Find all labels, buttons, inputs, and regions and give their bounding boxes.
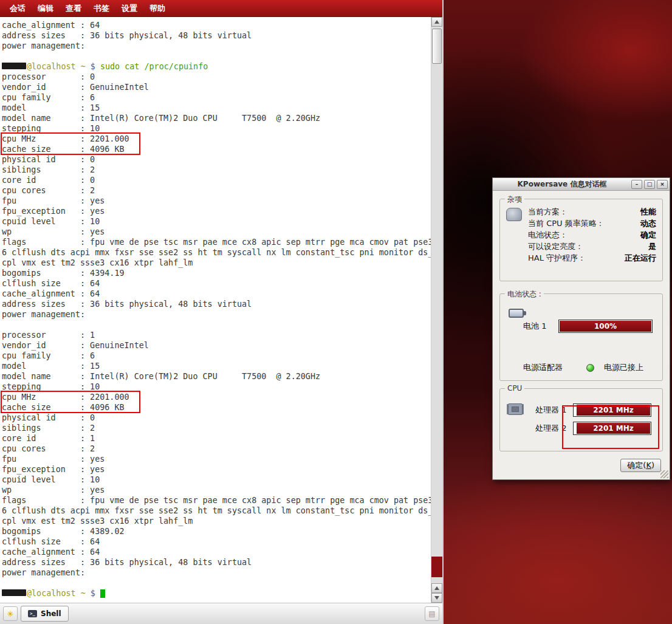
maximize-button[interactable]: □ (644, 180, 655, 189)
misc-label-4: 可以设定亮度 : (528, 241, 581, 252)
battery-progressbar: 100% (558, 320, 653, 333)
terminal-line: model name : Intel(R) Core(TM)2 Duo CPU … (2, 113, 431, 123)
terminal-line: processor : 0 (2, 72, 431, 82)
terminal-line: fpu_exception : yes (2, 206, 431, 216)
terminal-cursor (100, 589, 105, 598)
session-list-button[interactable]: ▤ (425, 606, 439, 621)
ok-label-prefix: 确定( (627, 461, 646, 470)
group-misc: 杂项 当前方案 :性能当前 CPU 频率策略 :动态电池状态 :确定可以设定亮度… (499, 199, 663, 281)
redacted-username (2, 589, 26, 596)
scrollbar-marker (431, 557, 442, 577)
terminal-line: address sizes : 36 bits physical, 48 bit… (2, 299, 431, 309)
terminal-line: wp : yes (2, 227, 431, 237)
tab-shell[interactable]: >_ Shell (21, 606, 69, 622)
cpu-row-1: 处理器 12201 MHz (535, 401, 651, 419)
terminal-line: cache_alignment : 64 (2, 20, 431, 30)
prompt-line: @localhost ~ $ (2, 588, 431, 598)
terminal-line: physical id : 0 (2, 154, 431, 165)
terminal-line: cache size : 4096 KB (2, 402, 431, 413)
menu-item-help[interactable]: 帮助 (143, 1, 171, 16)
menu-item-settings[interactable]: 设置 (115, 1, 143, 16)
terminal-line: power management: (2, 41, 431, 51)
terminal-line: address sizes : 36 bits physical, 48 bit… (2, 30, 431, 41)
desktop-background: KPowersave 信息对话框 – □ × 杂项 当前方案 :性能当前 CPU… (444, 0, 672, 624)
terminal-line: cache_alignment : 64 (2, 547, 431, 557)
adapter-label: 电源适配器 (523, 362, 586, 373)
menu-item-session[interactable]: 会话 (4, 1, 32, 16)
cpu-label-1: 处理器 1 (535, 405, 569, 416)
tab-label: Shell (41, 609, 61, 618)
terminal-line: clflush size : 64 (2, 537, 431, 547)
cpu-progressbar-1: 2201 MHz (573, 403, 651, 417)
scrollbar[interactable] (431, 17, 442, 603)
menu-item-bookmarks[interactable]: 书签 (87, 1, 115, 16)
battery-icon (509, 309, 524, 318)
terminal-line: model : 15 (2, 103, 431, 113)
terminal-line: cpu MHz : 2201.000 (2, 134, 431, 144)
terminal-line: cache size : 4096 KB (2, 144, 431, 154)
menu-item-view[interactable]: 查看 (60, 1, 87, 16)
terminal-line: cpu MHz : 2201.000 (2, 392, 431, 402)
terminal-line: model name : Intel(R) Core(TM)2 Duo CPU … (2, 371, 431, 382)
terminal-line: bogomips : 4389.02 (2, 526, 431, 537)
ok-button[interactable]: 确定(K) (620, 459, 661, 472)
terminal-line: core id : 1 (2, 433, 431, 444)
terminal-line: cpu family : 6 (2, 351, 431, 361)
misc-label-2: 当前 CPU 频率策略 : (528, 218, 602, 229)
scroll-up-button[interactable] (431, 17, 442, 27)
dialog-titlebar[interactable]: KPowersave 信息对话框 – □ × (493, 178, 670, 191)
terminal-line: vendor_id : GenuineIntel (2, 82, 431, 92)
terminal-line: siblings : 2 (2, 165, 431, 175)
terminal-line (2, 51, 431, 61)
terminal-line: fpu : yes (2, 454, 431, 464)
battery-row: 电池 1 100% (523, 320, 653, 333)
terminal-line: 6 clflush dts acpi mmx fxsr sse sse2 ss … (2, 247, 431, 258)
group-misc-legend: 杂项 (505, 194, 524, 205)
terminal-line: flags : fpu vme de pse tsc msr pae mce c… (2, 495, 431, 506)
cpu-label-2: 处理器 2 (535, 423, 569, 434)
cpu-progress-fill-1: 2201 MHz (577, 405, 650, 416)
prompt-symbol: $ (91, 62, 100, 71)
terminal-line: wp : yes (2, 485, 431, 495)
cpu-row-2: 处理器 22201 MHz (535, 419, 651, 437)
terminal[interactable]: cache_alignment : 64address sizes : 36 b… (0, 17, 431, 603)
scroll-up-button-bottom[interactable] (431, 583, 442, 593)
terminal-line: cpuid level : 10 (2, 216, 431, 227)
terminal-line: cache_alignment : 64 (2, 289, 431, 299)
arrow-up-icon (434, 20, 439, 24)
minimize-button[interactable]: – (631, 180, 642, 189)
misc-value-2: 动态 (640, 218, 656, 229)
terminal-line: core id : 0 (2, 175, 431, 185)
menu-bar: 会话编辑查看书签设置帮助 (0, 0, 442, 17)
misc-label-5: HAL 守护程序 : (528, 253, 583, 264)
kpowersave-dialog: KPowersave 信息对话框 – □ × 杂项 当前方案 :性能当前 CPU… (492, 177, 670, 480)
terminal-line: cpu family : 6 (2, 92, 431, 103)
arrow-down-icon (434, 596, 439, 600)
session-list-icon: ▤ (428, 610, 435, 617)
terminal-line: processor : 1 (2, 330, 431, 340)
scroll-down-button[interactable] (431, 593, 442, 603)
resize-grip[interactable] (660, 470, 668, 478)
adapter-row: 电源适配器 电源已接上 (523, 362, 654, 373)
menu-item-edit[interactable]: 编辑 (32, 1, 60, 16)
scrollbar-thumb[interactable] (432, 29, 442, 64)
ok-label-suffix: ) (651, 461, 654, 470)
terminal-line: cpu cores : 2 (2, 185, 431, 196)
cpu-progress-fill-2: 2201 MHz (577, 423, 650, 434)
misc-value-5: 正在运行 (625, 253, 656, 264)
group-cpu-legend: CPU (505, 384, 524, 393)
new-session-icon: ✳ (7, 610, 14, 618)
prompt-path: ~ (76, 62, 91, 71)
misc-row-1: 当前方案 :性能 (528, 206, 656, 218)
close-button[interactable]: × (657, 180, 668, 189)
new-session-button[interactable]: ✳ (3, 606, 18, 621)
prompt-host: @localhost (27, 589, 76, 598)
scrollbar-track[interactable] (431, 27, 442, 583)
cpu-progressbar-2: 2201 MHz (573, 422, 651, 435)
misc-row-2: 当前 CPU 频率策略 :动态 (528, 218, 656, 229)
prompt-symbol: $ (91, 589, 100, 598)
group-battery-legend: 电池状态 : (505, 289, 544, 300)
adapter-status: 电源已接上 (604, 362, 643, 373)
terminal-line: cpl vmx est tm2 ssse3 cx16 xtpr lahf_lm (2, 258, 431, 268)
terminal-line: cpl vmx est tm2 ssse3 cx16 xtpr lahf_lm (2, 516, 431, 526)
